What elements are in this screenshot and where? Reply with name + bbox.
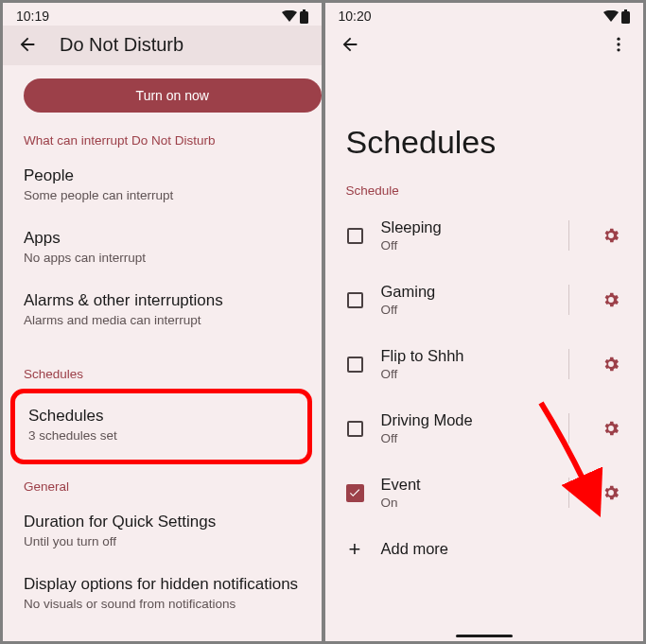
schedule-item[interactable]: Driving ModeOff <box>325 396 644 461</box>
schedule-title: Driving Mode <box>381 411 552 429</box>
page-title: Schedules <box>325 65 644 183</box>
schedule-checkbox[interactable] <box>346 291 364 309</box>
item-title: People <box>24 166 301 185</box>
app-bar <box>325 26 644 65</box>
highlight-annotation: Schedules 3 schedules set <box>10 389 312 464</box>
item-title: Display options for hidden notifications <box>24 575 301 594</box>
wifi-icon <box>282 10 297 22</box>
item-schedules[interactable]: Schedules 3 schedules set <box>15 393 307 460</box>
schedule-subtitle: On <box>381 496 552 510</box>
schedule-item[interactable]: Flip to ShhhOff <box>325 332 644 396</box>
item-subtitle: 3 schedules set <box>28 428 294 443</box>
item-duration[interactable]: Duration for Quick Settings Until you tu… <box>3 499 322 562</box>
schedule-checkbox[interactable] <box>346 484 364 502</box>
item-subtitle: Alarms and media can interrupt <box>24 313 301 327</box>
svg-point-6 <box>617 48 620 51</box>
schedule-checkbox[interactable] <box>346 356 364 374</box>
section-header-schedule: Schedule <box>325 183 644 203</box>
status-time: 10:19 <box>16 9 49 24</box>
schedule-subtitle: Off <box>381 431 552 445</box>
divider <box>568 285 569 315</box>
item-subtitle: No apps can interrupt <box>24 251 301 265</box>
add-more-button[interactable]: + Add more <box>325 525 644 573</box>
schedule-item[interactable]: GamingOff <box>325 268 644 332</box>
turn-on-now-button[interactable]: Turn on now <box>24 78 322 113</box>
app-bar-title: Do Not Disturb <box>60 34 183 56</box>
gear-icon[interactable] <box>600 481 622 504</box>
status-bar: 10:19 <box>3 3 322 26</box>
item-display-options[interactable]: Display options for hidden notifications… <box>3 562 322 624</box>
gear-icon[interactable] <box>600 417 622 440</box>
add-more-label: Add more <box>381 540 623 558</box>
screen-do-not-disturb: 10:19 Do Not Disturb Turn on now What ca… <box>3 3 322 641</box>
svg-rect-3 <box>624 9 627 11</box>
svg-point-4 <box>617 38 620 41</box>
status-icons <box>282 9 308 24</box>
svg-rect-1 <box>303 9 306 11</box>
plus-icon: + <box>346 540 364 558</box>
item-apps[interactable]: Apps No apps can interrupt <box>3 216 322 278</box>
status-icons <box>603 9 630 24</box>
nav-handle[interactable] <box>456 635 513 637</box>
divider <box>568 413 569 444</box>
item-subtitle: Until you turn off <box>24 534 301 548</box>
schedule-checkbox[interactable] <box>346 420 364 438</box>
back-arrow-icon[interactable] <box>339 33 361 56</box>
schedule-subtitle: Off <box>381 303 552 317</box>
gear-icon[interactable] <box>600 353 622 375</box>
item-alarms[interactable]: Alarms & other interruptions Alarms and … <box>3 278 322 340</box>
divider <box>568 220 569 251</box>
item-title: Schedules <box>28 407 294 426</box>
divider <box>568 349 569 379</box>
schedule-title: Sleeping <box>381 218 552 236</box>
section-header-interrupt: What can interrupt Do Not Disturb <box>3 113 322 153</box>
schedule-title: Gaming <box>381 283 552 301</box>
schedule-subtitle: Off <box>381 367 552 381</box>
gear-icon[interactable] <box>600 288 622 311</box>
item-subtitle: No visuals or sound from notifications <box>24 597 301 611</box>
svg-rect-2 <box>621 11 630 24</box>
schedule-checkbox[interactable] <box>346 227 364 245</box>
section-header-general: General <box>3 466 322 499</box>
divider <box>568 478 569 508</box>
item-title: Apps <box>24 229 301 248</box>
schedule-item[interactable]: EventOn <box>325 461 644 525</box>
battery-icon <box>621 9 630 24</box>
svg-rect-0 <box>300 11 308 24</box>
section-header-schedules: Schedules <box>3 340 322 387</box>
item-people[interactable]: People Some people can interrupt <box>3 153 322 216</box>
item-title: Duration for Quick Settings <box>24 513 301 531</box>
schedule-item[interactable]: SleepingOff <box>325 203 644 268</box>
schedule-title: Event <box>381 476 552 494</box>
schedule-subtitle: Off <box>381 238 552 252</box>
status-bar: 10:20 <box>325 3 644 26</box>
item-title: Alarms & other interruptions <box>24 291 301 310</box>
wifi-icon <box>603 10 619 22</box>
app-bar: Do Not Disturb <box>3 26 322 65</box>
screen-schedules: 10:20 Schedules Schedule SleepingOffGami… <box>325 3 644 641</box>
gear-icon[interactable] <box>600 224 622 247</box>
more-vert-icon[interactable] <box>607 33 630 56</box>
status-time: 10:20 <box>339 9 372 24</box>
svg-point-5 <box>617 43 620 45</box>
back-arrow-icon[interactable] <box>16 33 39 56</box>
schedule-title: Flip to Shhh <box>381 347 552 365</box>
battery-icon <box>300 9 308 24</box>
item-subtitle: Some people can interrupt <box>24 188 301 202</box>
